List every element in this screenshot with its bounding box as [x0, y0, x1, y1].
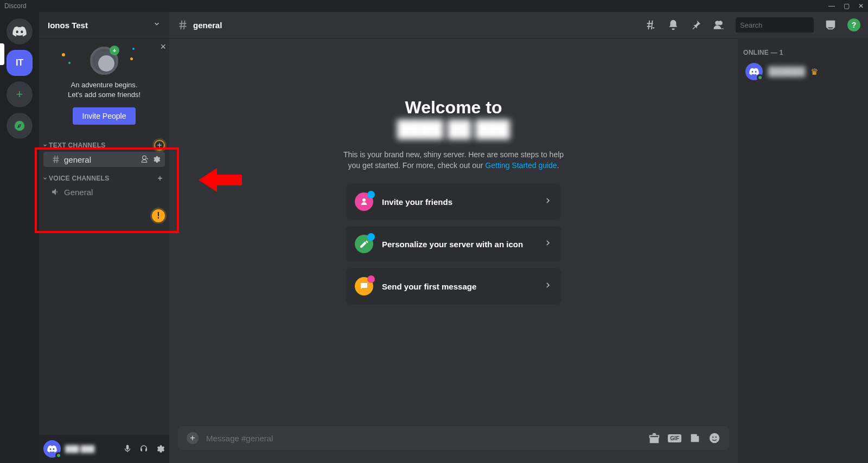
- threads-icon[interactable]: [644, 19, 656, 31]
- members-online-header: ONLINE — 1: [743, 49, 863, 56]
- invite-text-line2: Let's add some friends!: [46, 90, 163, 100]
- search-box[interactable]: [736, 17, 814, 33]
- welcome-server-name: ████ ██ ███: [291, 120, 616, 138]
- settings-icon[interactable]: [155, 444, 165, 454]
- sticker-icon[interactable]: [689, 432, 701, 444]
- text-channels-label: TEXT CHANNELS: [49, 142, 106, 149]
- svg-point-1: [710, 433, 719, 443]
- voice-channel-name: General: [64, 188, 93, 197]
- card-invite-label: Invite your friends: [382, 197, 452, 207]
- welcome-block: Welcome to ████ ██ ███ This is your bran…: [291, 98, 616, 304]
- members-panel: ONLINE — 1 ██████ ♛: [738, 38, 868, 463]
- member-avatar: [745, 63, 763, 80]
- invite-people-button[interactable]: Invite People: [73, 107, 136, 125]
- plus-badge-icon: +: [110, 46, 119, 55]
- chevron-right-icon: [544, 281, 552, 292]
- deafen-icon[interactable]: [139, 444, 149, 454]
- card-personalize[interactable]: Personalize your server with an icon: [346, 226, 561, 262]
- gif-button[interactable]: GIF: [668, 434, 681, 442]
- channel-name: general: [64, 155, 91, 164]
- compass-icon: [14, 120, 25, 132]
- card-invite-friends[interactable]: Invite your friends: [346, 184, 561, 220]
- invite-card-icon: [355, 192, 373, 211]
- voice-channels-label: VOICE CHANNELS: [49, 175, 110, 182]
- personalize-card-icon: [355, 235, 373, 253]
- card-first-message-label: Send your first message: [382, 282, 476, 291]
- channel-sidebar: Ionos Test × + An adventure begins. Let'…: [39, 12, 169, 463]
- message-card-icon: [355, 277, 373, 295]
- app-name: Discord: [4, 2, 27, 10]
- close-icon[interactable]: ×: [160, 41, 166, 53]
- bell-icon[interactable]: [667, 19, 679, 31]
- home-button[interactable]: [7, 18, 33, 44]
- guild-server[interactable]: IT: [7, 50, 33, 76]
- invite-banner: × + An adventure begins. Let's add some …: [39, 38, 169, 134]
- add-text-channel-button[interactable]: +: [154, 140, 165, 151]
- mute-icon[interactable]: [123, 444, 132, 454]
- voice-channel-general[interactable]: General: [43, 184, 165, 200]
- welcome-title: Welcome to: [291, 98, 616, 118]
- attach-button[interactable]: +: [187, 432, 199, 444]
- user-name: ███ ███: [65, 445, 94, 453]
- chat-area: Welcome to ████ ██ ███ This is your bran…: [169, 38, 738, 463]
- hash-icon: [177, 19, 189, 31]
- pin-icon[interactable]: [690, 19, 702, 31]
- server-header[interactable]: Ionos Test: [39, 12, 169, 38]
- gear-icon[interactable]: [152, 155, 161, 164]
- welcome-desc-line2: you get started. For more, check out our: [348, 161, 485, 170]
- compose-bar[interactable]: + Message #general GIF: [178, 426, 729, 450]
- chevron-down-icon: [153, 20, 161, 30]
- member-name: ██████: [768, 67, 805, 76]
- svg-point-3: [716, 436, 717, 438]
- window-close-icon[interactable]: ✕: [858, 2, 864, 10]
- search-input[interactable]: [740, 21, 831, 29]
- members-icon[interactable]: [713, 19, 725, 31]
- user-avatar[interactable]: [43, 440, 61, 458]
- member-row[interactable]: ██████ ♛: [743, 62, 863, 81]
- emoji-icon[interactable]: [709, 432, 720, 444]
- svg-point-2: [712, 436, 713, 438]
- channel-header: general ?: [169, 12, 868, 38]
- hash-icon: [51, 155, 61, 164]
- owner-crown-icon: ♛: [810, 67, 818, 77]
- card-first-message[interactable]: Send your first message: [346, 268, 561, 304]
- guild-bar: IT +: [0, 12, 39, 463]
- invite-text-line1: An adventure begins.: [46, 80, 163, 90]
- window-minimize-icon[interactable]: —: [828, 2, 835, 10]
- main-area: general ? Welcome to ████ ██ ███: [169, 12, 868, 463]
- card-personalize-label: Personalize your server with an icon: [382, 240, 523, 249]
- user-panel: ███ ███: [39, 435, 169, 463]
- chevron-right-icon: [544, 196, 552, 207]
- add-voice-channel-button[interactable]: +: [155, 173, 165, 183]
- compose-placeholder: Message #general: [206, 434, 641, 443]
- channel-general[interactable]: general: [43, 152, 165, 167]
- text-channels-header[interactable]: TEXT CHANNELS +: [39, 134, 169, 151]
- server-name: Ionos Test: [48, 21, 88, 30]
- help-button[interactable]: ?: [847, 18, 860, 31]
- invite-channel-icon[interactable]: [140, 155, 149, 164]
- add-server-button[interactable]: +: [7, 81, 33, 107]
- voice-channels-header[interactable]: VOICE CHANNELS +: [39, 168, 169, 183]
- guild-pill: [0, 43, 4, 65]
- chevron-right-icon: [544, 239, 552, 249]
- avatar-placeholder: +: [90, 47, 118, 75]
- window-maximize-icon[interactable]: ▢: [844, 2, 850, 10]
- gift-icon[interactable]: [648, 432, 660, 444]
- discord-logo-icon: [12, 26, 27, 37]
- speaker-icon: [51, 187, 61, 197]
- title-bar: Discord — ▢ ✕: [0, 0, 868, 12]
- getting-started-link[interactable]: Getting Started guide: [485, 161, 557, 170]
- channel-header-name: general: [193, 21, 222, 30]
- welcome-desc-line1: This is your brand new, shiny server. He…: [343, 150, 564, 159]
- inbox-icon[interactable]: [825, 19, 837, 31]
- explore-button[interactable]: [7, 113, 33, 139]
- attention-badge-icon: !: [152, 209, 165, 222]
